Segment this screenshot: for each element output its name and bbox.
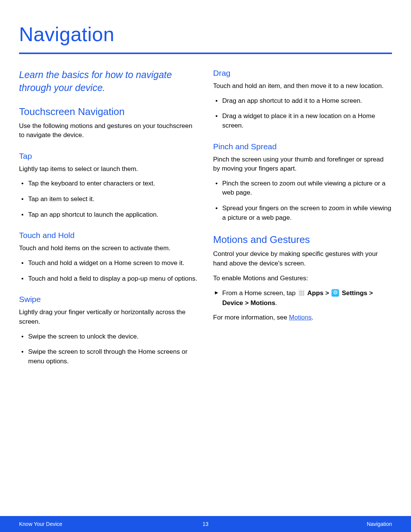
content-columns: Learn the basics for how to navigate thr… (19, 69, 392, 372)
footer-right: Navigation (367, 521, 392, 527)
step-prefix: From a Home screen, tap (222, 289, 297, 297)
drag-list: Drag an app shortcut to add it to a Home… (213, 96, 392, 131)
list-item: Pinch the screen to zoom out while viewi… (213, 179, 392, 198)
touch-hold-body: Touch and hold items on the screen to ac… (19, 244, 198, 253)
right-column: Drag Touch and hold an item, and then mo… (213, 69, 392, 372)
motions-enable-label: To enable Motions and Gestures: (213, 274, 392, 283)
list-item: Tap an app shortcut to launch the applic… (19, 210, 198, 220)
swipe-heading: Swipe (19, 295, 198, 304)
motions-link[interactable]: Motions (289, 314, 312, 321)
list-item: Drag a widget to place it in a new locat… (213, 112, 392, 130)
touchscreen-nav-heading: Touchscreen Navigation (19, 106, 198, 118)
pinch-list: Pinch the screen to zoom out while viewi… (213, 179, 392, 223)
intro-text: Learn the basics for how to navigate thr… (19, 69, 198, 94)
pinch-heading: Pinch and Spread (213, 142, 392, 151)
list-item: Spread your fingers on the screen to zoo… (213, 204, 392, 222)
swipe-list: Swipe the screen to unlock the device. S… (19, 332, 198, 366)
list-item: Swipe the screen to scroll through the H… (19, 347, 198, 366)
more-prefix: For more information, see (213, 314, 289, 321)
motions-body: Control your device by making specific g… (213, 249, 392, 268)
left-column: Learn the basics for how to navigate thr… (19, 69, 198, 372)
settings-icon (331, 289, 339, 297)
touch-hold-list: Touch and hold a widget on a Home screen… (19, 259, 198, 283)
touch-hold-heading: Touch and Hold (19, 231, 198, 240)
more-suffix: . (312, 314, 314, 321)
tap-body: Lightly tap items to select or launch th… (19, 165, 198, 174)
list-item: Tap an item to select it. (19, 195, 198, 204)
motions-heading: Motions and Gestures (213, 234, 392, 246)
play-icon: ► (214, 289, 219, 297)
list-item: Touch and hold a widget on a Home screen… (19, 259, 198, 268)
footer-page-number: 13 (202, 521, 209, 527)
motions-step: ► From a Home screen, tap Apps > Setting… (213, 288, 392, 308)
swipe-body: Lightly drag your finger vertically or h… (19, 308, 198, 326)
apps-label: Apps > (306, 289, 331, 297)
tap-heading: Tap (19, 152, 198, 161)
apps-icon (298, 289, 305, 296)
drag-heading: Drag (213, 69, 392, 78)
tap-list: Tap the keyboard to enter characters or … (19, 179, 198, 219)
touchscreen-nav-body: Use the following motions and gestures o… (19, 121, 198, 140)
pinch-body: Pinch the screen using your thumb and fo… (213, 155, 392, 174)
motions-more-info: For more information, see Motions. (213, 313, 392, 323)
page-footer: Know Your Device 13 Navigation (0, 516, 411, 532)
list-item: Touch and hold a field to display a pop-… (19, 274, 198, 284)
drag-body: Touch and hold an item, and then move it… (213, 81, 392, 91)
list-item: Swipe the screen to unlock the device. (19, 332, 198, 342)
page-title: Navigation (19, 23, 392, 46)
list-item: Drag an app shortcut to add it to a Home… (213, 96, 392, 106)
list-item: Tap the keyboard to enter characters or … (19, 179, 198, 189)
footer-left: Know Your Device (19, 521, 62, 527)
step-period: . (275, 299, 277, 307)
title-rule (19, 53, 392, 54)
